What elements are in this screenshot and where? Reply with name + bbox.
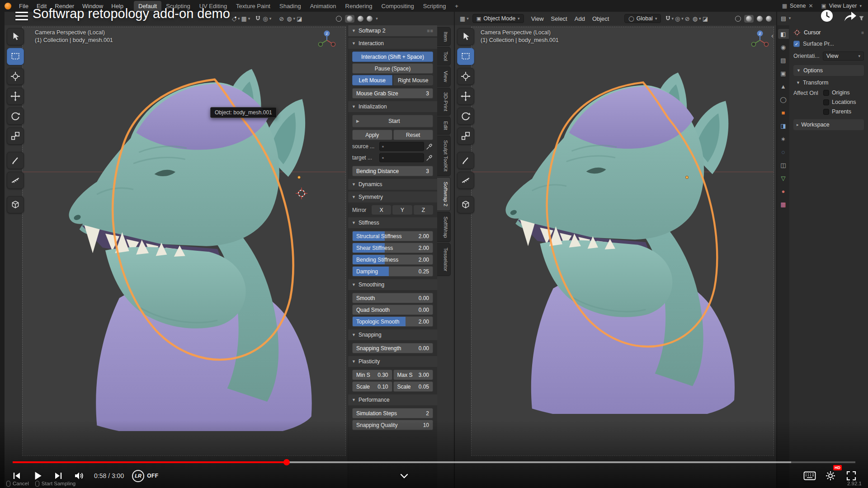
pause-button[interactable]: Pause (Space) (352, 63, 433, 74)
editor-type-icon[interactable]: ▦ (458, 15, 467, 22)
orientation-dropdown[interactable]: View▾ (823, 52, 864, 61)
workspace-tab-shading[interactable]: Shading (275, 1, 306, 11)
workspace-panel-header[interactable]: ▸Workspace (793, 119, 864, 130)
properties-editor-caret-icon[interactable]: ▾ (789, 16, 791, 20)
source-object-field[interactable]: ▫ (379, 142, 424, 151)
tab-view[interactable]: View (437, 66, 451, 87)
bending-stiffness-slider[interactable]: Bending Stiffness2.00 (352, 254, 433, 265)
target-object-field[interactable]: ▫ (379, 153, 424, 162)
next-button[interactable] (48, 467, 69, 485)
quad-smooth-slider[interactable]: Quad Smooth0.00 (352, 305, 433, 315)
tool-select-box-button[interactable] (7, 48, 24, 65)
panel-grip-icon[interactable]: ≡≡ (427, 28, 434, 33)
parents-checkbox[interactable] (823, 109, 829, 115)
tool-add-cube-button[interactable] (457, 196, 474, 213)
shading-wireframe-icon[interactable] (735, 16, 741, 22)
section-dynamics[interactable]: ▼Dynamics (348, 179, 437, 190)
tool-tab-icon[interactable]: ◧ (778, 29, 789, 39)
chevron-collapse-icon[interactable] (394, 467, 415, 485)
apply-button[interactable]: Apply (352, 130, 392, 140)
shading-material-icon[interactable] (358, 16, 363, 22)
workspace-tab-compositing[interactable]: Compositing (377, 1, 419, 11)
snap-magnet-icon[interactable] (255, 15, 261, 22)
shading-solid-active[interactable] (345, 15, 354, 23)
tool-cursor-button[interactable] (457, 68, 474, 85)
object-data-tab-icon[interactable]: ▽ (778, 173, 789, 183)
structural-stiffness-slider[interactable]: Structural Stiffness2.00 (352, 231, 433, 241)
left-mouse-toggle[interactable]: Left Mouse (352, 75, 392, 85)
lr-extension-badge[interactable]: LR (132, 470, 144, 482)
tool-scale-button[interactable] (7, 127, 24, 145)
tool-annotate-button[interactable] (457, 152, 474, 169)
scale-min-field[interactable]: Scale0.10 (352, 381, 392, 392)
material-tab-icon[interactable]: ● (778, 186, 789, 196)
tool-rotate-button[interactable] (7, 108, 24, 125)
watch-later-icon[interactable] (820, 9, 834, 23)
overlays-toggle-icon[interactable]: ◍ (285, 15, 293, 22)
shading-wireframe-icon[interactable] (336, 16, 342, 22)
menu-view[interactable]: View (528, 15, 547, 22)
proportional-edit-icon[interactable]: ◎ (261, 15, 269, 22)
add-workspace-button[interactable]: + (450, 1, 463, 11)
options-panel-header[interactable]: ▼Options (793, 65, 864, 76)
proportional-edit-icon[interactable]: ◎ (674, 15, 681, 22)
settings-button[interactable]: HD (820, 467, 841, 485)
panel-grip-icon[interactable]: ≡ (861, 30, 864, 35)
shading-material-icon[interactable] (757, 16, 763, 22)
origins-checkbox[interactable] (823, 90, 829, 96)
mirror-z-toggle[interactable]: Z (414, 205, 433, 215)
tab-sculpt-toolkit[interactable]: Sculpt ToolKit (437, 136, 451, 176)
sculpt-mesh-right[interactable] (494, 70, 771, 414)
menu-object[interactable]: Object (589, 15, 613, 22)
progress-bar[interactable] (13, 461, 855, 463)
texture-tab-icon[interactable]: ▦ (778, 199, 789, 209)
sculpt-mesh-left[interactable] (56, 67, 351, 431)
right-mouse-toggle[interactable]: Right Mouse (393, 75, 434, 85)
hamburger-menu-icon[interactable] (15, 12, 28, 20)
tool-cursor-button[interactable] (7, 68, 24, 85)
object-tab-icon[interactable]: ■ (778, 108, 789, 117)
tool-move-button[interactable] (457, 88, 474, 105)
mode-selector[interactable]: ▣ Object Mode ▾ (472, 14, 524, 23)
axis-gizmo-left[interactable]: Z (316, 30, 337, 51)
view-layer-selector[interactable]: View Layer (829, 3, 857, 9)
tab-tesselator[interactable]: Tesselator (437, 243, 451, 276)
smooth-slider[interactable]: Smooth0.00 (352, 293, 433, 303)
section-stiffness[interactable]: ▼Stiffness (348, 217, 437, 228)
scale-max-field[interactable]: Scale0.05 (393, 381, 434, 392)
tool-add-cube-button[interactable] (7, 196, 24, 213)
constraints-tab-icon[interactable]: ◫ (778, 160, 789, 170)
interaction-button[interactable]: Interaction (Shift + Space) (352, 52, 433, 62)
left-header-snap-caret-icon[interactable]: ▾ (248, 16, 250, 21)
locations-checkbox[interactable] (823, 99, 829, 105)
properties-editor-type-icon[interactable]: ▤ (781, 15, 786, 22)
scene-selector[interactable]: Scene (790, 3, 806, 9)
tool-annotate-button[interactable] (7, 152, 24, 169)
section-symmetry[interactable]: ▼Symmetry (348, 192, 437, 202)
shading-rendered-icon[interactable] (367, 16, 373, 22)
editor-type-caret-icon[interactable]: ▾ (467, 16, 469, 21)
video-title[interactable]: Softwrap retopology add-on demo . (33, 6, 237, 21)
tab-3d-print[interactable]: 3D-Print (437, 88, 451, 116)
surface-project-checkbox[interactable]: ✓ (793, 41, 800, 47)
mouse-grab-size-field[interactable]: Mouse Grab Size3 (352, 88, 433, 99)
fullscreen-button[interactable] (841, 467, 862, 485)
tab-item[interactable]: Item (437, 27, 451, 46)
menu-file[interactable]: File (15, 3, 33, 9)
xray-toggle-icon[interactable]: ◪ (295, 15, 303, 22)
blender-logo-icon[interactable] (5, 3, 11, 9)
menu-select[interactable]: Select (547, 15, 571, 22)
transform-subpanel-header[interactable]: ▼Transform (796, 80, 864, 86)
workspace-tab-animation[interactable]: Animation (306, 1, 341, 11)
previous-button[interactable] (6, 467, 27, 485)
n-panel-collapse-arrow[interactable]: ‹ (771, 32, 774, 39)
source-eyedropper-icon[interactable] (426, 143, 433, 150)
section-interaction[interactable]: ▼Interaction (348, 38, 437, 49)
filter-funnel-icon[interactable] (859, 15, 864, 21)
modifiers-tab-icon[interactable]: ◨ (778, 121, 789, 131)
section-performance[interactable]: ▼Performance (348, 394, 437, 405)
world-tab-icon[interactable]: ◯ (778, 94, 789, 104)
workspace-tab-scripting[interactable]: Scripting (419, 1, 451, 11)
menu-add[interactable]: Add (571, 15, 589, 22)
shading-solid-active[interactable] (744, 15, 754, 23)
